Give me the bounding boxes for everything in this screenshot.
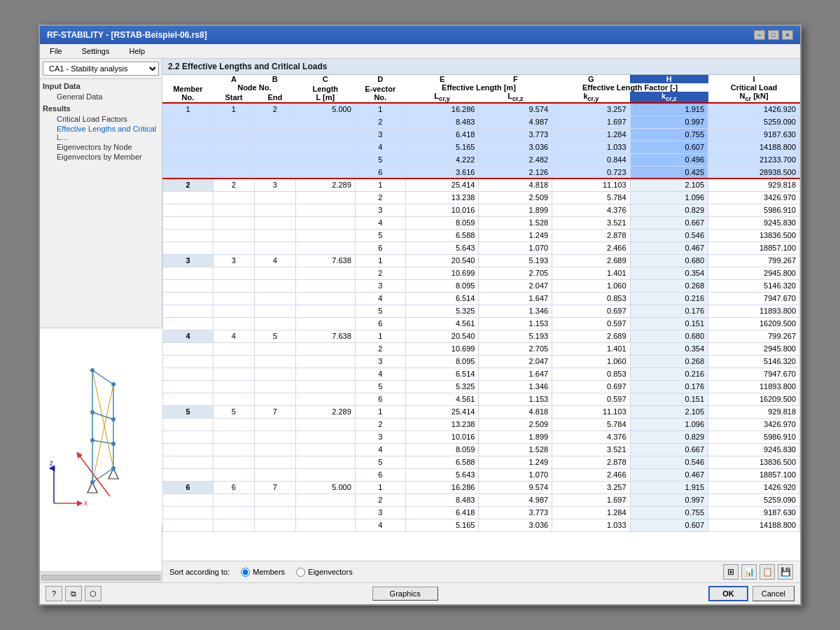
cell-2 xyxy=(254,519,295,531)
table-row[interactable]: 310.0161.8994.3760.8295986.910 xyxy=(163,430,800,443)
cell-2: 7 xyxy=(254,405,295,418)
table-row[interactable]: 38.0952.0471.0600.2685146.320 xyxy=(163,355,800,368)
table-row[interactable]: 63.6162.1260.7230.42528938.500 xyxy=(163,166,800,178)
cell-3 xyxy=(295,241,355,254)
table-row[interactable]: 310.0161.8994.3760.8295986.910 xyxy=(163,204,800,216)
table-container[interactable]: A B C D E F G H I MemberNo. Node N xyxy=(162,75,800,561)
sort-members-radio[interactable] xyxy=(241,568,250,577)
cell-1 xyxy=(213,166,254,178)
minimize-button[interactable]: − xyxy=(754,30,765,40)
cell-8: 0.546 xyxy=(630,456,708,468)
menu-settings[interactable]: Settings xyxy=(78,46,114,57)
table-row[interactable]: 2232.289125.4144.81811.1032.105929.818 xyxy=(163,178,800,191)
sort-icon-2[interactable]: 📊 xyxy=(741,564,757,580)
cell-7: 1.033 xyxy=(552,141,630,153)
table-row[interactable]: 28.4834.9871.6970.9975259.090 xyxy=(163,115,800,128)
cell-0 xyxy=(163,304,214,317)
cell-6: 1.647 xyxy=(479,368,552,380)
table-row[interactable]: 65.6431.0702.4660.46718857.100 xyxy=(163,468,800,481)
header-length: LengthL [m] xyxy=(295,83,355,103)
cell-1 xyxy=(213,393,254,405)
cell-7: 0.697 xyxy=(552,380,630,393)
cell-2: 7 xyxy=(254,481,295,493)
graphics-button[interactable]: Graphics xyxy=(372,587,438,601)
maximize-button[interactable]: □ xyxy=(768,30,779,40)
cell-3: 5.000 xyxy=(295,103,355,115)
nav-btn-3[interactable]: ⬡ xyxy=(85,586,102,601)
cell-3: 7.638 xyxy=(295,330,355,342)
cell-0 xyxy=(163,229,214,241)
tree-item-eigenvectors-node[interactable]: Eigenvectors by Node xyxy=(43,142,159,152)
cell-6: 9.574 xyxy=(479,481,552,493)
results-section: Results Critical Load Factors Effective … xyxy=(43,104,159,162)
table-row[interactable]: 65.6431.0702.4660.46718857.100 xyxy=(163,241,800,254)
table-row[interactable]: 48.0591.5283.5210.6679245.830 xyxy=(163,216,800,229)
cell-3 xyxy=(295,279,355,292)
header-korz: kcr,z xyxy=(630,92,708,103)
cell-4: 2 xyxy=(355,493,405,506)
cell-5: 5.165 xyxy=(405,519,479,531)
table-row[interactable]: 3347.638120.5405.1932.6890.680799.267 xyxy=(163,254,800,267)
cell-6: 2.482 xyxy=(479,153,552,166)
table-row[interactable]: 36.4183.7731.2840.7559187.630 xyxy=(163,506,800,519)
table-row[interactable]: 64.5611.1530.5970.15116209.500 xyxy=(163,393,800,405)
table-row[interactable]: 45.1653.0361.0330.60714188.800 xyxy=(163,519,800,531)
sort-eigenvectors-radio[interactable] xyxy=(296,568,305,577)
ok-button[interactable]: OK xyxy=(708,586,748,601)
cell-4: 3 xyxy=(355,204,405,216)
cell-4: 2 xyxy=(355,342,405,355)
menu-help[interactable]: Help xyxy=(125,46,149,57)
table-row[interactable]: 46.5141.6470.8530.2167947.670 xyxy=(163,292,800,304)
table-row[interactable]: 45.1653.0361.0330.60714188.800 xyxy=(163,141,800,153)
table-row[interactable]: 28.4834.9871.6970.9975259.090 xyxy=(163,493,800,506)
cell-1 xyxy=(213,317,254,330)
tree-item-critical-load[interactable]: Critical Load Factors xyxy=(43,114,159,124)
table-row[interactable]: 54.2222.4820.8440.49621233.700 xyxy=(163,153,800,166)
table-row[interactable]: 4457.638120.5405.1932.6890.680799.267 xyxy=(163,330,800,342)
table-row[interactable]: 56.5881.2492.8780.54613836.500 xyxy=(163,229,800,241)
cell-7: 2.878 xyxy=(552,456,630,468)
title-bar: RF-STABILITY - [RSTAB-Beispiel-06.rs8] −… xyxy=(40,26,800,44)
close-button[interactable]: × xyxy=(782,30,793,40)
table-row[interactable]: 210.6992.7051.4010.3542945.800 xyxy=(163,267,800,279)
cancel-button[interactable]: Cancel xyxy=(752,586,794,601)
table-row[interactable]: 64.5611.1530.5970.15116209.500 xyxy=(163,317,800,330)
menu-file[interactable]: File xyxy=(46,46,66,57)
tree-item-eigenvectors-member[interactable]: Eigenvectors by Member xyxy=(43,152,159,162)
cell-9: 13836.500 xyxy=(708,456,800,468)
table-row[interactable]: 213.2382.5095.7841.0963426.970 xyxy=(163,191,800,204)
table-row[interactable]: 6675.000116.2869.5743.2571.9151426.920 xyxy=(163,481,800,493)
table-row[interactable]: 213.2382.5095.7841.0963426.970 xyxy=(163,418,800,430)
cell-6: 3.036 xyxy=(479,519,552,531)
left-panel-scrollbar[interactable] xyxy=(40,571,162,582)
scrollbar-track xyxy=(41,575,160,580)
cell-7: 5.784 xyxy=(552,191,630,204)
sort-icon-1[interactable]: ⊞ xyxy=(723,564,738,580)
cell-6: 1.899 xyxy=(479,430,552,443)
cell-0: 5 xyxy=(163,405,214,418)
analysis-dropdown[interactable]: CA1 - Stability analysis xyxy=(43,62,159,76)
tree-item-general-data[interactable]: General Data xyxy=(43,92,159,102)
tree-item-effective-lengths[interactable]: Effective Lengths and Critical L... xyxy=(43,124,159,142)
table-row[interactable]: 55.3251.3460.6970.17611893.800 xyxy=(163,304,800,317)
cell-8: 0.829 xyxy=(630,430,708,443)
table-row[interactable]: 1125.000116.2869.5743.2571.9151426.920 xyxy=(163,103,800,115)
table-row[interactable]: 46.5141.6470.8530.2167947.670 xyxy=(163,368,800,380)
sort-icon-4[interactable]: 💾 xyxy=(778,564,793,580)
table-row[interactable]: 48.0591.5283.5210.6679245.830 xyxy=(163,443,800,456)
cell-2 xyxy=(254,468,295,481)
sort-icon-3[interactable]: 📋 xyxy=(760,564,775,580)
nav-btn-1[interactable]: ? xyxy=(46,586,62,601)
cell-3 xyxy=(295,267,355,279)
table-row[interactable]: 56.5881.2492.8780.54613836.500 xyxy=(163,456,800,468)
cell-6: 4.987 xyxy=(479,493,552,506)
main-content: CA1 - Stability analysis Input Data Gene… xyxy=(40,59,800,582)
table-row[interactable]: 36.4183.7731.2840.7559187.630 xyxy=(163,128,800,141)
table-row[interactable]: 55.3251.3460.6970.17611893.800 xyxy=(163,380,800,393)
table-row[interactable]: 210.6992.7051.4010.3542945.800 xyxy=(163,342,800,355)
cell-0 xyxy=(163,368,214,380)
nav-btn-2[interactable]: ⧉ xyxy=(65,586,82,601)
table-row[interactable]: 5572.289125.4144.81811.1032.105929.818 xyxy=(163,405,800,418)
cell-8: 0.425 xyxy=(630,166,708,178)
table-row[interactable]: 38.0952.0471.0600.2685146.320 xyxy=(163,279,800,292)
